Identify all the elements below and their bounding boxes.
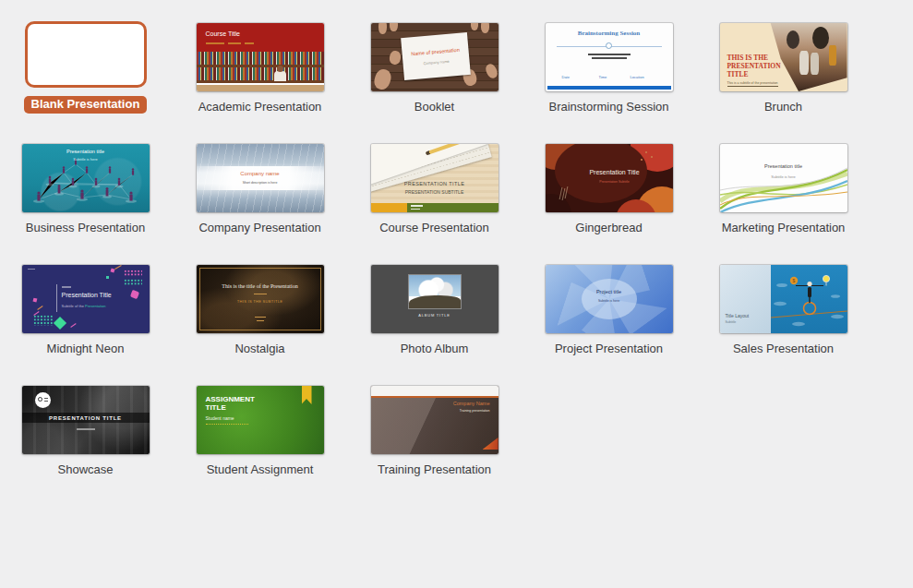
template-card-student[interactable]: ASSIGNMENT TITLE Student name Student As…: [173, 382, 347, 503]
template-thumbnail-marketing[interactable]: Presentation title Subtitle is here: [720, 144, 847, 212]
slide-subtitle: Presentation Subtitle: [564, 180, 666, 184]
template-thumbnail-booklet[interactable]: Name of presentation Company name: [371, 23, 499, 91]
slide-title: Company name: [197, 171, 324, 176]
slide-subtitle: Student name: [206, 415, 234, 421]
desk: [197, 85, 324, 91]
template-card-sales[interactable]: $ Title Layout Subtitle Sales Presentati…: [696, 261, 871, 382]
template-card-academic[interactable]: Course Title Academic Presentation: [173, 19, 347, 140]
template-card-course[interactable]: PRESENTATION TITLE PRESENTATION SUBTITLE…: [347, 140, 522, 261]
accent-bar: [206, 42, 224, 44]
slide-title: Name of presentation: [411, 46, 460, 56]
illustration-panel: $: [771, 265, 847, 333]
template-label: Academic Presentation: [198, 100, 322, 114]
template-card-midnight[interactable]: Presentation Title Subtitle of the Prese…: [0, 261, 173, 382]
template-thumbnail-brunch[interactable]: THIS IS THE PRESENTATION TITLE This is a…: [720, 23, 847, 91]
dot-grid-pink: [124, 270, 142, 277]
template-thumbnail-showcase[interactable]: PRESENTATION TITLE: [22, 386, 150, 454]
dot-ornament: [651, 156, 653, 158]
hand-shape: [481, 23, 489, 33]
template-thumbnail-midnight[interactable]: Presentation Title Subtitle of the Prese…: [22, 265, 150, 333]
template-card-company[interactable]: Company name Short description is here C…: [173, 140, 347, 261]
network-people-graphic: [22, 144, 150, 212]
logo-ring: [38, 397, 42, 402]
subtitle-bar: [77, 428, 95, 430]
template-label: Project Presentation: [555, 342, 663, 356]
template-thumbnail-blank[interactable]: [25, 21, 147, 88]
hand-shape: [484, 62, 499, 79]
template-thumbnail-student[interactable]: ASSIGNMENT TITLE Student name: [197, 386, 324, 454]
slash-ornament: [114, 265, 122, 270]
micro-text-bar: [546, 57, 673, 59]
bottle: [799, 51, 809, 75]
slide-subtitle: THIS IS THE SUBTITLE: [197, 299, 324, 304]
slide-title: Title Layout: [726, 313, 750, 318]
template-card-booklet[interactable]: Name of presentation Company name Bookle…: [347, 19, 522, 140]
template-label: Showcase: [58, 462, 114, 477]
slide-subtitle: This is a subtitle of the presentation: [727, 81, 778, 87]
slide-title: Presentation title: [22, 149, 150, 154]
accent-bar-green: [407, 203, 499, 212]
template-card-nostalgia[interactable]: This is the title of the Presentation TH…: [173, 261, 347, 382]
slide-subtitle: Training presentation: [460, 409, 490, 413]
accent-bar-yellow: [371, 203, 407, 212]
slide-subtitle: Company name: [423, 58, 450, 65]
gold-divider: [254, 294, 267, 294]
drink-glass: [829, 45, 836, 66]
orange-rule: [371, 396, 499, 398]
shelf-board: [197, 80, 324, 83]
template-label: Nostalgia: [234, 342, 284, 356]
template-thumbnail-gingerbread[interactable]: Presentation Title Presentation Subtitle: [546, 144, 673, 212]
template-card-marketing[interactable]: Presentation title Subtitle is here Mark…: [696, 140, 871, 261]
template-label: Photo Album: [401, 342, 469, 356]
title-band: [197, 166, 324, 190]
blob-shape: [546, 194, 571, 212]
accent-bar: [245, 42, 254, 44]
template-thumbnail-training[interactable]: Company Name Training presentation: [371, 386, 499, 454]
template-thumbnail-photo-album[interactable]: ALBUM TITLE: [371, 265, 499, 333]
template-label: Training Presentation: [378, 462, 491, 477]
circle-logo-icon: [35, 392, 51, 408]
slide-title: Company Name: [453, 401, 490, 406]
template-card-gingerbread[interactable]: Presentation Title Presentation Subtitle…: [522, 140, 696, 261]
template-thumbnail-course[interactable]: PRESENTATION TITLE PRESENTATION SUBTITLE: [371, 144, 499, 212]
hand-shape: [372, 67, 393, 91]
template-card-brunch[interactable]: THIS IS THE PRESENTATION TITLE This is a…: [696, 19, 871, 140]
template-card-training[interactable]: Company Name Training presentation Train…: [347, 382, 522, 503]
template-thumbnail-business[interactable]: Presentation title Subtitle is here: [22, 144, 150, 212]
template-thumbnail-nostalgia[interactable]: This is the title of the Presentation TH…: [197, 265, 324, 333]
template-label: Brunch: [764, 100, 802, 114]
photo-figure: [812, 27, 829, 49]
template-card-project[interactable]: Project title Subtitle is here Project P…: [522, 261, 696, 382]
slide-title: This is the title of the Presentation: [197, 283, 324, 289]
hand-shape: [390, 23, 398, 31]
lightbulb-icon: [823, 275, 829, 282]
template-thumbnail-sales[interactable]: $ Title Layout Subtitle: [720, 265, 847, 333]
slide-subtitle: PRESENTATION SUBTITLE: [371, 189, 499, 195]
template-card-business[interactable]: Presentation title Subtitle is here Busi…: [0, 140, 173, 261]
dot-grid-teal: [124, 279, 142, 286]
circle-ornament: [606, 42, 612, 49]
svg-text:$: $: [792, 278, 795, 283]
template-label: Student Assignment: [207, 462, 314, 477]
slide-title: ALBUM TITLE: [371, 313, 499, 318]
hand-shape: [378, 23, 387, 34]
template-card-photo-album[interactable]: ALBUM TITLE Photo Album: [347, 261, 522, 382]
template-label: Course Presentation: [379, 221, 489, 235]
template-thumbnail-brainstorming[interactable]: Brainstorming Session Date Time Location: [546, 23, 673, 91]
template-card-brainstorming[interactable]: Brainstorming Session Date Time Location…: [522, 19, 696, 140]
slide-title: PRESENTATION TITLE: [371, 181, 499, 186]
subtitle-gray: Subtitle of the: [62, 304, 86, 308]
template-label: Sales Presentation: [733, 342, 834, 356]
template-thumbnail-project[interactable]: Project title Subtitle is here: [546, 265, 673, 333]
footer-bar: [257, 320, 264, 321]
accent-bar: [228, 42, 241, 44]
bottle: [811, 53, 819, 75]
template-card-blank[interactable]: Blank Presentation: [0, 19, 173, 140]
template-thumbnail-academic[interactable]: Course Title: [197, 23, 324, 91]
photo-figure: [787, 30, 799, 49]
template-label: Company Presentation: [198, 221, 320, 235]
slash-ornament: [70, 323, 76, 328]
template-card-showcase[interactable]: PRESENTATION TITLE Showcase: [0, 382, 173, 503]
footer-date: Date: [562, 75, 570, 79]
template-thumbnail-company[interactable]: Company name Short description is here: [197, 144, 324, 212]
